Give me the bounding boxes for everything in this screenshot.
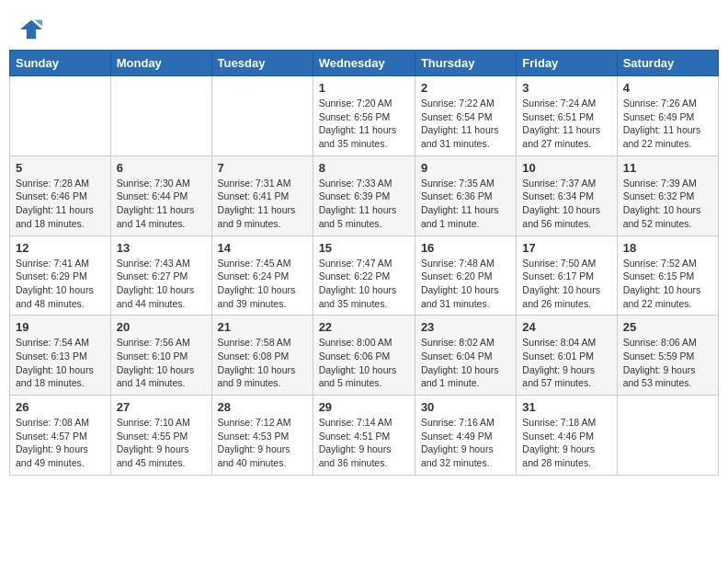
day-info: Sunrise: 7:14 AM Sunset: 4:51 PM Dayligh…: [319, 416, 409, 470]
calendar-cell: [211, 76, 313, 156]
calendar-cell: [617, 396, 718, 476]
day-info: Sunrise: 7:48 AM Sunset: 6:20 PM Dayligh…: [421, 257, 510, 311]
calendar-cell: 14Sunrise: 7:45 AM Sunset: 6:24 PM Dayli…: [211, 236, 313, 316]
calendar-cell: 18Sunrise: 7:52 AM Sunset: 6:15 PM Dayli…: [617, 236, 718, 316]
day-number: 2: [421, 81, 510, 95]
day-info: Sunrise: 7:56 AM Sunset: 6:10 PM Dayligh…: [117, 336, 206, 390]
col-header-thursday: Thursday: [415, 51, 516, 76]
day-number: 7: [218, 161, 307, 175]
calendar-cell: 24Sunrise: 8:04 AM Sunset: 6:01 PM Dayli…: [517, 316, 617, 396]
day-info: Sunrise: 7:26 AM Sunset: 6:49 PM Dayligh…: [623, 97, 712, 151]
calendar-cell: 1Sunrise: 7:20 AM Sunset: 6:56 PM Daylig…: [313, 76, 415, 156]
calendar-cell: 16Sunrise: 7:48 AM Sunset: 6:20 PM Dayli…: [415, 236, 516, 316]
col-header-wednesday: Wednesday: [313, 51, 415, 76]
day-info: Sunrise: 7:47 AM Sunset: 6:22 PM Dayligh…: [319, 257, 409, 311]
day-info: Sunrise: 8:06 AM Sunset: 5:59 PM Dayligh…: [623, 336, 712, 390]
day-info: Sunrise: 7:50 AM Sunset: 6:17 PM Dayligh…: [522, 257, 610, 311]
day-number: 18: [623, 241, 712, 255]
day-number: 9: [421, 161, 510, 175]
day-info: Sunrise: 7:39 AM Sunset: 6:32 PM Dayligh…: [623, 177, 712, 231]
day-info: Sunrise: 7:35 AM Sunset: 6:36 PM Dayligh…: [421, 177, 510, 231]
day-number: 3: [522, 81, 610, 95]
calendar-cell: [110, 76, 211, 156]
day-number: 11: [623, 161, 712, 175]
day-number: 19: [16, 320, 105, 334]
calendar-cell: 22Sunrise: 8:00 AM Sunset: 6:06 PM Dayli…: [313, 316, 415, 396]
calendar-cell: 7Sunrise: 7:31 AM Sunset: 6:41 PM Daylig…: [211, 155, 313, 236]
day-info: Sunrise: 7:10 AM Sunset: 4:55 PM Dayligh…: [117, 416, 206, 470]
calendar-cell: [10, 76, 111, 156]
calendar-cell: 6Sunrise: 7:30 AM Sunset: 6:44 PM Daylig…: [110, 155, 211, 236]
day-number: 23: [421, 320, 510, 334]
day-number: 28: [218, 400, 307, 414]
day-info: Sunrise: 7:41 AM Sunset: 6:29 PM Dayligh…: [16, 257, 105, 311]
day-info: Sunrise: 7:54 AM Sunset: 6:13 PM Dayligh…: [16, 336, 105, 390]
calendar-cell: 3Sunrise: 7:24 AM Sunset: 6:51 PM Daylig…: [517, 76, 617, 156]
day-number: 12: [16, 241, 105, 255]
calendar-cell: 20Sunrise: 7:56 AM Sunset: 6:10 PM Dayli…: [110, 316, 211, 396]
calendar-cell: 31Sunrise: 7:18 AM Sunset: 4:46 PM Dayli…: [517, 396, 617, 476]
calendar-cell: 30Sunrise: 7:16 AM Sunset: 4:49 PM Dayli…: [415, 396, 516, 476]
day-number: 16: [421, 241, 510, 255]
calendar-cell: 11Sunrise: 7:39 AM Sunset: 6:32 PM Dayli…: [617, 155, 718, 236]
day-info: Sunrise: 7:52 AM Sunset: 6:15 PM Dayligh…: [623, 257, 712, 311]
calendar-cell: 28Sunrise: 7:12 AM Sunset: 4:53 PM Dayli…: [211, 396, 313, 476]
day-number: 4: [623, 81, 712, 95]
day-info: Sunrise: 7:08 AM Sunset: 4:57 PM Dayligh…: [16, 416, 105, 470]
calendar-header-row: SundayMondayTuesdayWednesdayThursdayFrid…: [10, 51, 719, 76]
calendar-cell: 17Sunrise: 7:50 AM Sunset: 6:17 PM Dayli…: [517, 236, 617, 316]
col-header-tuesday: Tuesday: [211, 51, 313, 76]
day-number: 30: [421, 400, 510, 414]
day-number: 27: [117, 400, 206, 414]
day-info: Sunrise: 7:18 AM Sunset: 4:46 PM Dayligh…: [522, 416, 610, 470]
calendar-cell: 10Sunrise: 7:37 AM Sunset: 6:34 PM Dayli…: [517, 155, 617, 236]
day-number: 22: [319, 320, 409, 334]
week-row-5: 26Sunrise: 7:08 AM Sunset: 4:57 PM Dayli…: [10, 396, 719, 476]
week-row-2: 5Sunrise: 7:28 AM Sunset: 6:46 PM Daylig…: [10, 155, 719, 236]
week-row-1: 1Sunrise: 7:20 AM Sunset: 6:56 PM Daylig…: [10, 76, 719, 156]
day-number: 26: [16, 400, 105, 414]
calendar-cell: 8Sunrise: 7:33 AM Sunset: 6:39 PM Daylig…: [313, 155, 415, 236]
calendar-table: SundayMondayTuesdayWednesdayThursdayFrid…: [9, 50, 719, 476]
day-info: Sunrise: 7:58 AM Sunset: 6:08 PM Dayligh…: [218, 336, 307, 390]
col-header-friday: Friday: [517, 51, 617, 76]
calendar-cell: 29Sunrise: 7:14 AM Sunset: 4:51 PM Dayli…: [313, 396, 415, 476]
day-info: Sunrise: 7:31 AM Sunset: 6:41 PM Dayligh…: [218, 177, 307, 231]
day-number: 8: [319, 161, 409, 175]
day-info: Sunrise: 7:16 AM Sunset: 4:49 PM Dayligh…: [421, 416, 510, 470]
calendar-cell: 19Sunrise: 7:54 AM Sunset: 6:13 PM Dayli…: [10, 316, 111, 396]
day-info: Sunrise: 7:12 AM Sunset: 4:53 PM Dayligh…: [218, 416, 307, 470]
week-row-4: 19Sunrise: 7:54 AM Sunset: 6:13 PM Dayli…: [10, 316, 719, 396]
calendar-cell: 5Sunrise: 7:28 AM Sunset: 6:46 PM Daylig…: [10, 155, 111, 236]
day-info: Sunrise: 7:45 AM Sunset: 6:24 PM Dayligh…: [218, 257, 307, 311]
day-number: 20: [117, 320, 206, 334]
day-number: 14: [218, 241, 307, 255]
calendar-cell: 13Sunrise: 7:43 AM Sunset: 6:27 PM Dayli…: [110, 236, 211, 316]
day-info: Sunrise: 7:20 AM Sunset: 6:56 PM Dayligh…: [319, 97, 409, 151]
col-header-sunday: Sunday: [10, 51, 111, 76]
logo: [18, 18, 48, 40]
day-number: 15: [319, 241, 409, 255]
day-info: Sunrise: 8:00 AM Sunset: 6:06 PM Dayligh…: [319, 336, 409, 390]
day-number: 13: [117, 241, 206, 255]
calendar-cell: 27Sunrise: 7:10 AM Sunset: 4:55 PM Dayli…: [110, 396, 211, 476]
day-info: Sunrise: 8:04 AM Sunset: 6:01 PM Dayligh…: [522, 336, 610, 390]
calendar-cell: 2Sunrise: 7:22 AM Sunset: 6:54 PM Daylig…: [415, 76, 516, 156]
day-number: 5: [16, 161, 105, 175]
day-number: 6: [117, 161, 206, 175]
week-row-3: 12Sunrise: 7:41 AM Sunset: 6:29 PM Dayli…: [10, 236, 719, 316]
page-header: [9, 9, 719, 45]
day-info: Sunrise: 7:37 AM Sunset: 6:34 PM Dayligh…: [522, 177, 610, 231]
day-number: 24: [522, 320, 610, 334]
col-header-monday: Monday: [110, 51, 211, 76]
calendar-cell: 12Sunrise: 7:41 AM Sunset: 6:29 PM Dayli…: [10, 236, 111, 316]
day-info: Sunrise: 7:43 AM Sunset: 6:27 PM Dayligh…: [117, 257, 206, 311]
day-number: 31: [522, 400, 610, 414]
day-info: Sunrise: 7:22 AM Sunset: 6:54 PM Dayligh…: [421, 97, 510, 151]
day-info: Sunrise: 8:02 AM Sunset: 6:04 PM Dayligh…: [421, 336, 510, 390]
logo-icon: [18, 18, 44, 40]
day-number: 1: [319, 81, 409, 95]
calendar-cell: 4Sunrise: 7:26 AM Sunset: 6:49 PM Daylig…: [617, 76, 718, 156]
day-info: Sunrise: 7:30 AM Sunset: 6:44 PM Dayligh…: [117, 177, 206, 231]
calendar-cell: 21Sunrise: 7:58 AM Sunset: 6:08 PM Dayli…: [211, 316, 313, 396]
